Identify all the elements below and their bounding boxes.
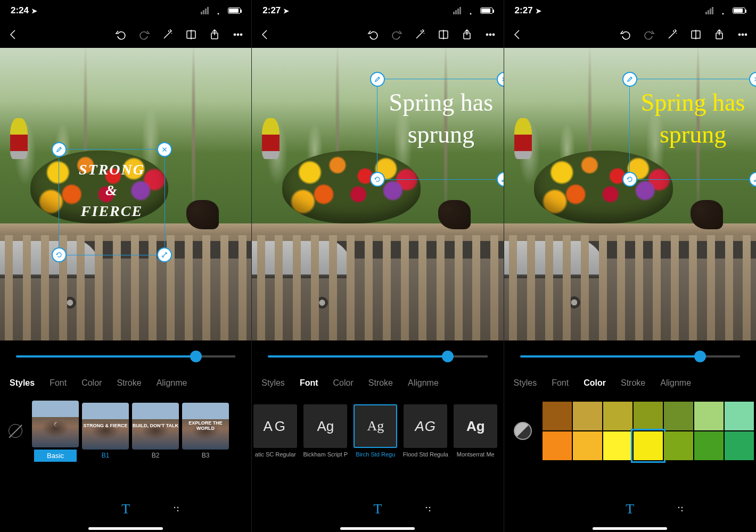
canvas[interactable]: Spring hassprung [252, 48, 503, 340]
color-none-button[interactable] [514, 422, 532, 440]
font-bickham-script-p[interactable]: Ag Bickham Script P [302, 404, 349, 458]
color-swatch[interactable] [543, 402, 572, 430]
opacity-slider[interactable] [16, 355, 235, 358]
back-button[interactable] [6, 28, 20, 41]
font-label: Birch Std Regu [356, 451, 395, 458]
tab-alignment[interactable]: Alignme [660, 378, 691, 388]
redo-button[interactable] [390, 28, 404, 41]
text-selection-box[interactable]: Spring hassprung [377, 79, 503, 180]
nav-paint[interactable] [420, 501, 437, 518]
font-birch-std-regu[interactable]: Ag Birch Std Regu [352, 404, 399, 458]
color-swatch[interactable] [694, 402, 724, 430]
nav-eraser[interactable] [17, 501, 34, 518]
nav-text[interactable]: T [117, 501, 134, 518]
edit-handle[interactable] [622, 72, 637, 87]
color-swatch[interactable] [543, 431, 572, 460]
tab-font[interactable]: Font [552, 378, 569, 388]
tab-font[interactable]: Font [300, 378, 318, 388]
color-swatch[interactable] [725, 402, 754, 430]
nav-text[interactable]: T [369, 501, 386, 518]
overlay-text[interactable]: STRONG&FIERCE [59, 149, 165, 231]
color-swatch[interactable] [603, 402, 632, 430]
nav-paint[interactable] [672, 501, 689, 518]
tab-alignment[interactable]: Alignme [408, 378, 439, 388]
rotate-handle[interactable] [52, 247, 67, 262]
more-button[interactable] [736, 28, 750, 41]
tab-stroke[interactable]: Stroke [368, 378, 393, 388]
tab-styles[interactable]: Styles [261, 378, 285, 388]
nav-paint[interactable] [168, 501, 185, 518]
edit-handle[interactable] [52, 142, 67, 157]
style-b1[interactable]: STRONG & FIERCE B1 [82, 403, 129, 459]
tab-alignment[interactable]: Alignme [157, 378, 187, 388]
text-selection-box[interactable]: Spring hassprung [629, 79, 756, 180]
color-swatch[interactable] [603, 431, 632, 460]
svg-point-32 [578, 508, 581, 511]
tab-color[interactable]: Color [333, 378, 354, 388]
nav-eye[interactable] [67, 501, 84, 518]
tab-styles[interactable]: Styles [514, 378, 537, 388]
rotate-handle[interactable] [622, 172, 637, 187]
style-basic[interactable]: ‹ Basic [32, 401, 79, 462]
undo-button[interactable] [619, 28, 632, 41]
back-button[interactable] [511, 28, 524, 41]
share-button[interactable] [712, 28, 726, 41]
canvas[interactable]: Spring hassprung [504, 48, 756, 340]
nav-layers[interactable] [218, 501, 235, 518]
delete-handle[interactable] [157, 142, 172, 157]
nav-layers[interactable] [470, 501, 487, 518]
color-swatch[interactable] [634, 431, 663, 460]
home-indicator[interactable] [340, 527, 415, 530]
redo-button[interactable] [137, 28, 151, 41]
home-indicator[interactable] [88, 527, 163, 530]
font-montserrat-me[interactable]: Ag Montserrat Me [452, 404, 499, 458]
font-atic-sc-regular[interactable]: AG atic SC Regular [252, 404, 299, 458]
tab-stroke[interactable]: Stroke [621, 378, 645, 388]
overlay-text[interactable]: Spring hassprung [630, 79, 756, 158]
nav-eraser[interactable] [521, 501, 538, 518]
color-swatch[interactable] [573, 402, 602, 430]
share-button[interactable] [460, 28, 474, 41]
color-swatch[interactable] [664, 402, 693, 430]
compare-button[interactable] [184, 28, 198, 41]
redo-button[interactable] [642, 28, 656, 41]
text-selection-box[interactable]: STRONG&FIERCE [59, 149, 165, 255]
opacity-slider[interactable] [268, 355, 487, 358]
auto-enhance-button[interactable] [665, 28, 679, 41]
resize-handle[interactable] [157, 247, 172, 262]
nav-layers[interactable] [722, 501, 739, 518]
opacity-slider[interactable] [520, 355, 740, 358]
color-swatch[interactable] [573, 431, 602, 460]
tab-font[interactable]: Font [50, 378, 67, 388]
more-button[interactable] [483, 28, 497, 41]
nav-eye[interactable] [319, 501, 336, 518]
font-flood-std-regula[interactable]: AG Flood Std Regula [402, 404, 449, 458]
tab-stroke[interactable]: Stroke [117, 378, 141, 388]
style-none[interactable] [2, 424, 29, 438]
color-swatch[interactable] [664, 431, 693, 460]
tab-styles[interactable]: Styles [10, 378, 35, 388]
compare-button[interactable] [689, 28, 703, 41]
compare-button[interactable] [437, 28, 450, 41]
nav-eraser[interactable] [269, 501, 286, 518]
svg-point-8 [174, 507, 175, 509]
tab-color[interactable]: Color [584, 378, 606, 388]
auto-enhance-button[interactable] [161, 28, 175, 41]
style-b3[interactable]: EXPLORE THE WORLD B3 [182, 403, 229, 459]
share-button[interactable] [208, 28, 221, 41]
undo-button[interactable] [114, 28, 128, 41]
more-button[interactable] [231, 28, 245, 41]
home-indicator[interactable] [593, 527, 667, 530]
auto-enhance-button[interactable] [413, 28, 427, 41]
overlay-text[interactable]: Spring hassprung [377, 79, 503, 158]
color-swatch[interactable] [694, 431, 724, 460]
canvas[interactable]: STRONG&FIERCE [0, 48, 251, 340]
color-swatch[interactable] [634, 402, 663, 430]
color-swatch[interactable] [725, 431, 754, 460]
style-b2[interactable]: BUILD, DON'T TALK B2 [132, 403, 179, 459]
nav-text[interactable]: T [621, 501, 638, 518]
undo-button[interactable] [366, 28, 380, 41]
back-button[interactable] [258, 28, 272, 41]
tab-color[interactable]: Color [81, 378, 102, 388]
nav-eye[interactable] [571, 501, 588, 518]
